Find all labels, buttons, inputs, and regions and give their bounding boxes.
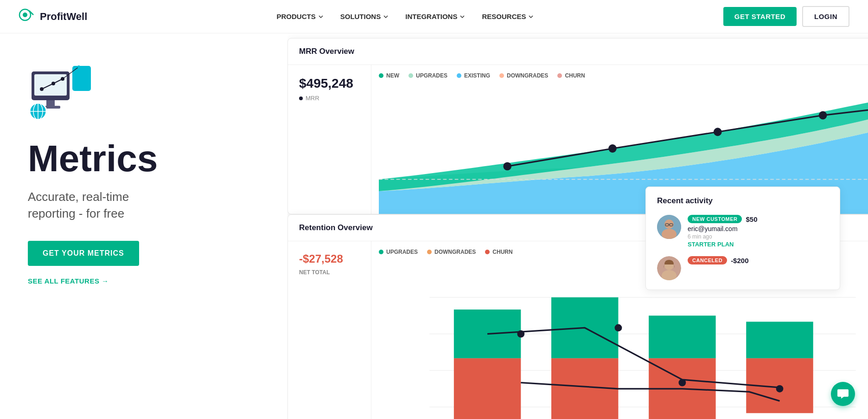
chevron-down-icon xyxy=(318,14,324,19)
svg-point-37 xyxy=(615,324,622,332)
nav-integrations[interactable]: INTEGRATIONS xyxy=(405,13,465,20)
legend-dot-downgrades xyxy=(499,73,504,78)
legend-dot-existing xyxy=(457,73,461,78)
activity-info-1: NEW CUSTOMER $50 eric@yumail.com 6 min a… xyxy=(688,215,758,248)
nav-products[interactable]: PRODUCTS xyxy=(277,13,324,20)
logo-icon xyxy=(19,8,35,25)
legend-dot-upgrades xyxy=(408,73,413,78)
legend-churn: CHURN xyxy=(557,72,585,79)
mrr-card-header: MRR Overview xyxy=(288,39,868,65)
mrr-value: $495,248 xyxy=(299,76,360,91)
activity-plan-1[interactable]: STARTER PLAN xyxy=(688,241,758,248)
mrr-dot xyxy=(299,97,303,100)
chat-bubble-button[interactable] xyxy=(831,382,855,406)
illustration-svg xyxy=(28,61,93,122)
login-button[interactable]: LOGIN xyxy=(802,6,849,27)
legend-downgrades-r: DOWNGRADES xyxy=(427,249,476,255)
nav-solutions[interactable]: SOLUTIONS xyxy=(340,13,389,20)
new-customer-badge: NEW CUSTOMER xyxy=(688,215,742,223)
retention-value: -$27,528 xyxy=(299,252,360,265)
legend-dot xyxy=(427,250,432,254)
get-started-button[interactable]: GET STARTED xyxy=(723,7,797,26)
avatar-female-icon xyxy=(657,256,681,280)
see-all-features-link[interactable]: SEE ALL FEATURES → xyxy=(28,277,269,285)
chat-icon xyxy=(837,388,849,400)
legend-downgrades: DOWNGRADES xyxy=(499,72,548,79)
main-content: Metrics Accurate, real-timereporting - f… xyxy=(0,33,868,419)
mrr-legend: NEW UPGRADES EXISTING DOWNGRADES xyxy=(379,72,868,79)
logo[interactable]: ProfitWell xyxy=(19,8,87,25)
legend-upgrades: UPGRADES xyxy=(408,72,447,79)
legend-churn-r: CHURN xyxy=(485,249,512,255)
svg-point-17 xyxy=(77,65,80,68)
retention-label: NET TOTAL xyxy=(299,269,360,276)
activity-badge-row-1: NEW CUSTOMER $50 xyxy=(688,215,758,223)
mrr-value-panel: $495,248 MRR xyxy=(288,65,371,214)
chevron-down-icon xyxy=(383,14,389,19)
get-metrics-button[interactable]: GET YOUR METRICS xyxy=(28,241,139,266)
hero-title: Metrics xyxy=(28,140,269,177)
recent-activity-title: Recent activity xyxy=(657,196,829,206)
svg-rect-5 xyxy=(46,100,55,107)
hero-section: Metrics Accurate, real-timereporting - f… xyxy=(0,33,287,419)
svg-point-39 xyxy=(776,385,784,393)
recent-activity-panel: Recent activity NEW CU xyxy=(645,187,840,290)
hero-subtitle: Accurate, real-timereporting - for free xyxy=(28,188,269,222)
nav-cta-group: GET STARTED LOGIN xyxy=(723,6,849,27)
svg-point-1 xyxy=(23,13,27,17)
avatar-2 xyxy=(657,256,681,280)
canceled-badge: CANCELED xyxy=(688,256,727,264)
mrr-label: MRR xyxy=(299,95,360,102)
nav-links: PRODUCTS SOLUTIONS INTEGRATIONS RESOURCE… xyxy=(277,13,534,20)
avatar-male-icon xyxy=(657,215,681,239)
activity-time-1: 6 min ago xyxy=(688,233,758,240)
navbar: ProfitWell PRODUCTS SOLUTIONS INTEGRATIO… xyxy=(0,0,868,33)
activity-info-2: CANCELED -$200 xyxy=(688,256,749,266)
legend-dot-new xyxy=(379,73,383,78)
legend-upgrades-r: UPGRADES xyxy=(379,249,418,255)
mrr-title: MRR Overview xyxy=(299,47,354,56)
dashboard-section: MRR Overview $495,248 MRR NEW xyxy=(287,33,868,419)
activity-item-1: NEW CUSTOMER $50 eric@yumail.com 6 min a… xyxy=(657,215,829,248)
avatar-1 xyxy=(657,215,681,239)
activity-item-2: CANCELED -$200 xyxy=(657,256,829,280)
svg-rect-32 xyxy=(649,316,715,358)
svg-rect-34 xyxy=(746,322,813,358)
nav-resources[interactable]: RESOURCES xyxy=(482,13,534,20)
legend-existing: EXISTING xyxy=(457,72,490,79)
activity-badge-row-2: CANCELED -$200 xyxy=(688,256,749,264)
activity-amount-2: -$200 xyxy=(731,257,748,264)
legend-new: NEW xyxy=(379,72,399,79)
activity-amount-1: $50 xyxy=(746,215,757,223)
logo-text: ProfitWell xyxy=(40,11,87,23)
svg-rect-29 xyxy=(454,358,521,419)
legend-dot xyxy=(379,250,383,254)
retention-value-panel: -$27,528 NET TOTAL xyxy=(288,241,371,419)
retention-title: Retention Overview xyxy=(299,223,373,232)
activity-email-1: eric@yumail.com xyxy=(688,225,758,232)
legend-dot-churn xyxy=(557,73,562,78)
chevron-down-icon xyxy=(528,14,534,19)
chevron-down-icon xyxy=(460,14,465,19)
hero-illustration xyxy=(28,61,93,122)
legend-dot xyxy=(485,250,490,254)
